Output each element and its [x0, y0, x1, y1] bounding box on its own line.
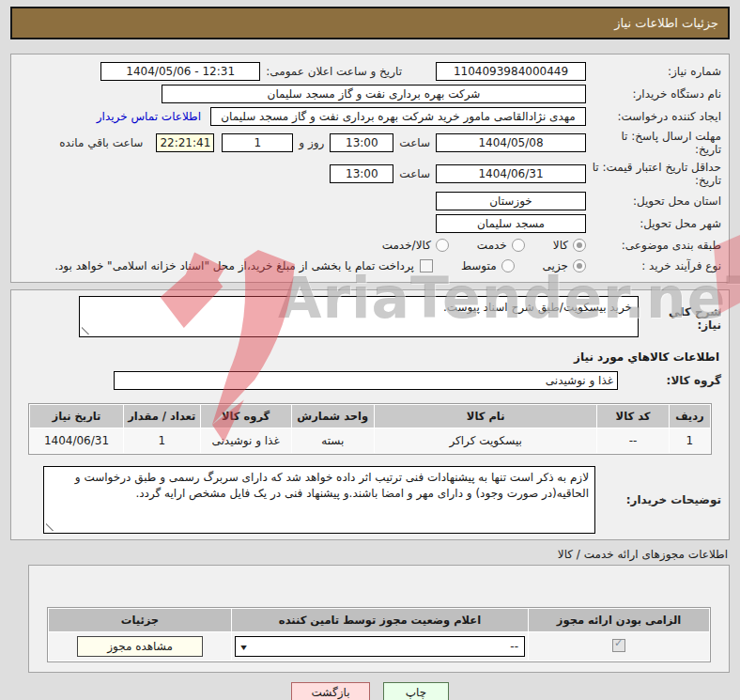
goods-group-label: گروه کالا: — [618, 374, 721, 387]
price-validity-row: حداقل تاریخ اعتبار قیمت: تا تاریخ: 1404/… — [19, 158, 721, 190]
permit-status-select[interactable]: -- ▾ — [235, 636, 525, 657]
title-bar: جزئیات اطلاعات نیاز — [10, 7, 730, 39]
need-description-textarea[interactable]: خرید بیسکویت/طبق شرح اسناد پیوست. — [79, 296, 639, 337]
classification-option-service: خدمت — [477, 239, 525, 252]
cell-permit-details: مشاهده مجوز — [49, 632, 231, 661]
deadline-hour-label: ساعت — [399, 136, 430, 149]
radio-icon[interactable] — [436, 239, 449, 252]
col-permit-required: الزامی بودن ارائه مجوز — [529, 609, 709, 631]
buyer-org-label: نام دستگاه خریدار: — [586, 87, 721, 101]
validity-time-field[interactable]: 13:00 — [330, 164, 393, 183]
need-description-row: شرح كلي نياز: خرید بیسکویت/طبق شرح اسناد… — [19, 296, 721, 341]
price-validity-label: حداقل تاریخ اعتبار قیمت: تا تاریخ: — [586, 161, 721, 187]
province-label: استان محل تحویل: — [586, 194, 721, 208]
footer-actions: چاپ بازگشت — [0, 682, 740, 700]
process-option-minor: جزیی — [543, 259, 586, 272]
items-table-header-row: ردیف کد کالا نام کالا واحد شمارش گروه کا… — [30, 405, 710, 428]
announce-datetime-field[interactable]: 1404/05/06 - 12:31 — [100, 62, 260, 81]
radio-icon[interactable] — [573, 259, 586, 272]
process-type-label: نوع فرآیند خرید : — [586, 259, 721, 272]
col-unit: واحد شمارش — [292, 405, 374, 428]
day-and-label: روز و — [299, 136, 324, 149]
province-field[interactable]: خوزستان — [436, 192, 586, 210]
creator-field[interactable]: مهدی نژادالقاصی مامور خرید شرکت بهره برد… — [210, 107, 586, 126]
validity-hour-label: ساعت — [399, 167, 430, 180]
cell-permit-status: -- ▾ — [232, 632, 528, 661]
page-title: جزئیات اطلاعات نیاز — [614, 16, 718, 30]
col-permit-status: اعلام وضعیت مجوز توسط تامین کننده — [232, 609, 528, 631]
option-label: کالا — [553, 239, 568, 252]
cell-need-date: 1404/06/31 — [30, 428, 123, 453]
permit-required-checkbox-icon[interactable] — [612, 639, 625, 652]
permits-section-heading: اطلاعات مجوزهای ارائه خدمت / کالا — [12, 548, 728, 561]
radio-icon[interactable] — [501, 259, 515, 272]
cell-quantity: 1 — [124, 428, 200, 453]
treasury-note-label: پرداخت تمام یا بخشی از مبلغ خرید،از محل … — [54, 259, 414, 272]
col-item-name: نام کالا — [375, 405, 596, 428]
goods-group-value: غذا و نوشیدنی — [118, 372, 613, 389]
buyer-notes-textarea[interactable]: لازم به ذکر است تنها به پیشنهادات فنی تر… — [43, 466, 595, 534]
need-details-page: جزئیات اطلاعات نیاز شماره نیاز: 11040939… — [0, 0, 740, 700]
permits-panel: الزامی بودن ارائه مجوز اعلام وضعیت مجوز … — [28, 565, 730, 673]
remaining-hours-label: ساعت باقي مانده — [59, 136, 143, 149]
process-type-row: نوع فرآیند خرید : جزیی متوسط پرداخت تمام… — [19, 256, 721, 276]
classification-row: طبقه بندی موضوعی: کالا خدمت کالا/خدمت — [19, 235, 721, 256]
cell-unit: بسته — [292, 428, 374, 453]
view-permit-button[interactable]: مشاهده مجوز — [77, 636, 203, 657]
city-row: شهر محل تحویل: مسجد سلیمان — [19, 212, 721, 235]
need-number-row: شماره نیاز: 1104093984000449 تاریخ و ساع… — [19, 60, 721, 83]
checkbox-icon[interactable] — [420, 259, 433, 272]
treasury-payment-option: پرداخت تمام یا بخشی از مبلغ خرید،از محل … — [54, 259, 433, 272]
permits-table: الزامی بودن ارائه مجوز اعلام وضعیت مجوز … — [47, 607, 711, 662]
need-description-label: شرح كلي نياز: — [639, 296, 721, 332]
deadline-date-field[interactable]: 1404/05/08 — [436, 133, 586, 152]
option-label: کالا/خدمت — [382, 239, 431, 252]
process-option-medium: متوسط — [461, 259, 515, 272]
creator-row: ایجاد کننده درخواست: مهدی نژادالقاصی مام… — [19, 105, 721, 128]
col-group: گروه کالا — [201, 405, 291, 428]
classification-label: طبقه بندی موضوعی: — [586, 239, 721, 252]
province-row: استان محل تحویل: خوزستان — [19, 190, 721, 212]
general-info-panel: شماره نیاز: 1104093984000449 تاریخ و ساع… — [10, 54, 730, 283]
countdown-timer: 22:21:41 — [156, 133, 214, 152]
announce-datetime-label: تاریخ و ساعت اعلان عمومی: — [266, 65, 402, 78]
classification-option-goods-service: کالا/خدمت — [382, 239, 449, 252]
city-field[interactable]: مسجد سلیمان — [436, 214, 586, 233]
buyer-org-field[interactable]: شرکت بهره برداری نفت و گاز مسجد سلیمان — [162, 85, 586, 103]
buyer-notes-label: توضیحات خریدار: — [595, 493, 721, 506]
col-item-code: کد کالا — [597, 405, 669, 428]
classification-option-goods: کالا — [553, 239, 586, 252]
buyer-contact-link[interactable]: اطلاعات تماس خریدار — [97, 110, 201, 123]
cell-item-code: -- — [597, 428, 669, 453]
radio-icon[interactable] — [573, 239, 586, 252]
back-button[interactable]: بازگشت — [291, 682, 370, 700]
buyer-notes-row: توضیحات خریدار: لازم به ذکر است تنها به … — [19, 466, 721, 534]
goods-info-panel: شرح كلي نياز: خرید بیسکویت/طبق شرح اسناد… — [10, 289, 730, 540]
cell-group: غذا و نوشیدنی — [201, 428, 291, 453]
deadline-time-field[interactable]: 13:00 — [330, 133, 393, 152]
need-number-field[interactable]: 1104093984000449 — [436, 62, 586, 81]
col-permit-details: جزئیات — [49, 609, 231, 631]
goods-section-heading: اطلاعات كالاهاي مورد نياز — [19, 350, 719, 364]
col-quantity: تعداد / مقدار — [124, 405, 200, 428]
goods-group-field[interactable]: غذا و نوشیدنی — [114, 371, 618, 390]
creator-label: ایجاد کننده درخواست: — [586, 110, 721, 123]
items-table-row: 1 -- بیسکویت کراکر بسته غذا و نوشیدنی 1 … — [30, 428, 710, 453]
cell-item-name: بیسکویت کراکر — [375, 428, 596, 453]
col-need-date: تاریخ نیاز — [30, 405, 123, 428]
col-row-number: ردیف — [670, 405, 710, 428]
radio-icon[interactable] — [512, 239, 525, 252]
days-field[interactable]: 1 — [222, 133, 293, 152]
need-number-label: شماره نیاز: — [586, 65, 721, 78]
option-label: خدمت — [477, 239, 507, 252]
cell-permit-required — [529, 632, 709, 661]
option-label: جزیی — [543, 259, 568, 272]
validity-date-field[interactable]: 1404/06/31 — [436, 164, 586, 183]
goods-group-row: گروه کالا: غذا و نوشیدنی — [19, 369, 721, 392]
deadline-row: مهلت ارسال پاسخ: تا تاریخ: 1404/05/08 سا… — [19, 128, 721, 158]
permits-table-row: -- ▾ مشاهده مجوز — [49, 632, 709, 661]
city-label: شهر محل تحویل: — [586, 217, 721, 230]
chevron-down-icon: ▾ — [240, 642, 247, 652]
print-button[interactable]: چاپ — [383, 682, 449, 700]
deadline-label: مهلت ارسال پاسخ: تا تاریخ: — [586, 130, 721, 156]
